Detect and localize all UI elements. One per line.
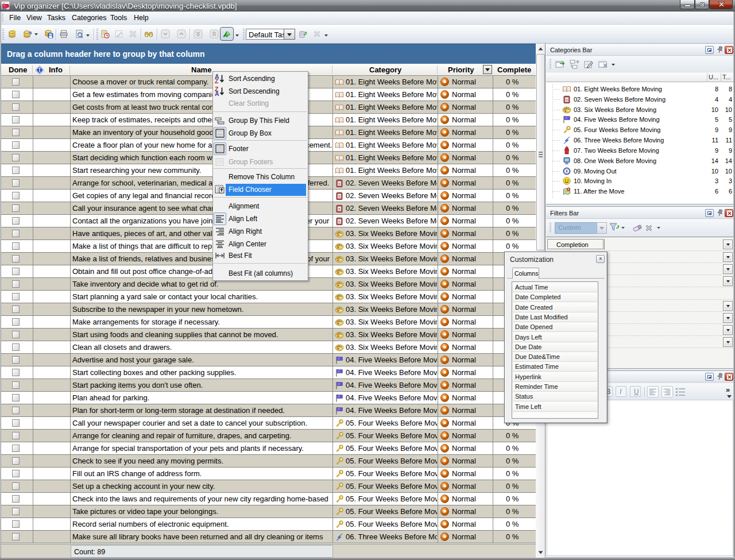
svg-text:Z: Z (215, 78, 219, 84)
svg-text:A: A (215, 90, 219, 96)
